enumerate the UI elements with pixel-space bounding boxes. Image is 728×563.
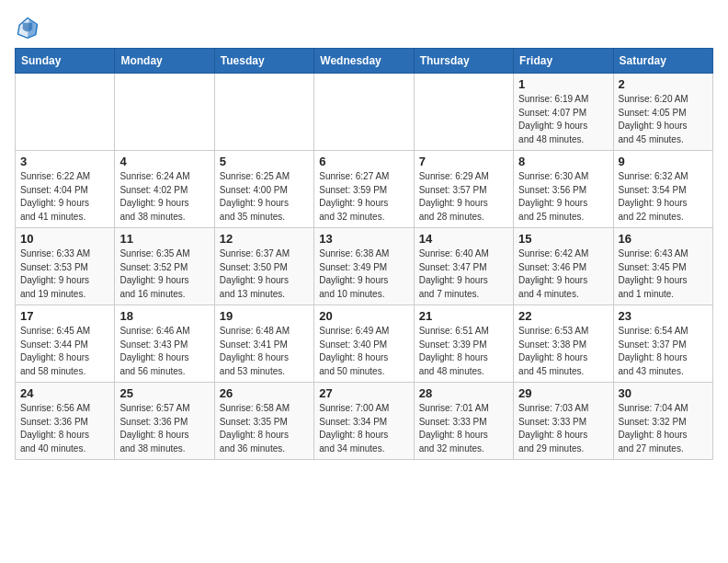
day-number: 3 (20, 155, 109, 168)
calendar-cell: 15Sunrise: 6:42 AM Sunset: 3:46 PM Dayli… (514, 228, 613, 305)
day-info: Sunrise: 6:48 AM Sunset: 3:41 PM Dayligh… (220, 325, 309, 378)
calendar-cell: 16Sunrise: 6:43 AM Sunset: 3:45 PM Dayli… (613, 228, 712, 305)
calendar-cell: 29Sunrise: 7:03 AM Sunset: 3:33 PM Dayli… (514, 383, 613, 460)
day-info: Sunrise: 7:00 AM Sunset: 3:34 PM Dayligh… (319, 402, 408, 455)
calendar-table: SundayMondayTuesdayWednesdayThursdayFrid… (15, 48, 713, 460)
calendar-cell: 18Sunrise: 6:46 AM Sunset: 3:43 PM Dayli… (115, 305, 214, 383)
calendar-cell: 2Sunrise: 6:20 AM Sunset: 4:05 PM Daylig… (613, 74, 712, 151)
calendar-week-row: 3Sunrise: 6:22 AM Sunset: 4:04 PM Daylig… (16, 151, 713, 228)
day-info: Sunrise: 6:35 AM Sunset: 3:52 PM Dayligh… (119, 247, 209, 301)
day-info: Sunrise: 6:58 AM Sunset: 3:35 PM Dayligh… (220, 402, 309, 455)
day-info: Sunrise: 6:53 AM Sunset: 3:38 PM Dayligh… (518, 325, 608, 378)
day-number: 14 (419, 232, 508, 246)
calendar-cell: 21Sunrise: 6:51 AM Sunset: 3:39 PM Dayli… (414, 305, 513, 383)
day-number: 8 (518, 155, 608, 168)
calendar-cell: 12Sunrise: 6:37 AM Sunset: 3:50 PM Dayli… (214, 228, 313, 305)
day-info: Sunrise: 6:56 AM Sunset: 3:36 PM Dayligh… (20, 402, 109, 455)
day-number: 26 (220, 386, 309, 400)
calendar-cell: 17Sunrise: 6:45 AM Sunset: 3:44 PM Dayli… (16, 305, 115, 383)
calendar-week-row: 17Sunrise: 6:45 AM Sunset: 3:44 PM Dayli… (16, 305, 713, 383)
calendar-cell: 4Sunrise: 6:24 AM Sunset: 4:02 PM Daylig… (115, 151, 214, 228)
day-info: Sunrise: 6:54 AM Sunset: 3:37 PM Dayligh… (619, 325, 708, 378)
day-info: Sunrise: 6:20 AM Sunset: 4:05 PM Dayligh… (619, 93, 708, 146)
calendar-cell: 11Sunrise: 6:35 AM Sunset: 3:52 PM Dayli… (115, 228, 214, 305)
weekday-header: Friday (514, 49, 613, 74)
calendar-cell: 7Sunrise: 6:29 AM Sunset: 3:57 PM Daylig… (414, 151, 513, 228)
day-number: 25 (119, 386, 209, 400)
day-number: 13 (319, 232, 408, 246)
day-info: Sunrise: 7:01 AM Sunset: 3:33 PM Dayligh… (419, 402, 508, 455)
calendar-cell: 20Sunrise: 6:49 AM Sunset: 3:40 PM Dayli… (314, 305, 414, 383)
day-number: 15 (518, 232, 608, 246)
calendar-cell: 22Sunrise: 6:53 AM Sunset: 3:38 PM Dayli… (514, 305, 613, 383)
calendar-cell: 30Sunrise: 7:04 AM Sunset: 3:32 PM Dayli… (613, 383, 712, 460)
calendar-week-row: 1Sunrise: 6:19 AM Sunset: 4:07 PM Daylig… (16, 74, 713, 151)
page-header (15, 15, 713, 40)
calendar-cell: 8Sunrise: 6:30 AM Sunset: 3:56 PM Daylig… (514, 151, 613, 228)
day-info: Sunrise: 6:38 AM Sunset: 3:49 PM Dayligh… (319, 247, 408, 301)
day-info: Sunrise: 6:33 AM Sunset: 3:53 PM Dayligh… (20, 247, 109, 301)
day-number: 21 (419, 309, 508, 323)
calendar-cell: 27Sunrise: 7:00 AM Sunset: 3:34 PM Dayli… (314, 383, 414, 460)
calendar-cell: 28Sunrise: 7:01 AM Sunset: 3:33 PM Dayli… (414, 383, 513, 460)
day-number: 30 (619, 386, 708, 400)
calendar-cell: 5Sunrise: 6:25 AM Sunset: 4:00 PM Daylig… (214, 151, 313, 228)
day-info: Sunrise: 6:45 AM Sunset: 3:44 PM Dayligh… (20, 325, 109, 378)
calendar-cell: 13Sunrise: 6:38 AM Sunset: 3:49 PM Dayli… (314, 228, 414, 305)
day-number: 16 (619, 232, 708, 246)
day-number: 7 (419, 155, 508, 168)
calendar-cell: 25Sunrise: 6:57 AM Sunset: 3:36 PM Dayli… (115, 383, 214, 460)
weekday-header: Tuesday (214, 49, 313, 74)
logo (15, 15, 44, 40)
weekday-header: Monday (115, 49, 214, 74)
day-number: 9 (619, 155, 708, 168)
calendar-cell: 14Sunrise: 6:40 AM Sunset: 3:47 PM Dayli… (414, 228, 513, 305)
calendar-cell: 23Sunrise: 6:54 AM Sunset: 3:37 PM Dayli… (613, 305, 712, 383)
calendar-cell: 3Sunrise: 6:22 AM Sunset: 4:04 PM Daylig… (16, 151, 115, 228)
day-info: Sunrise: 6:57 AM Sunset: 3:36 PM Dayligh… (119, 402, 209, 455)
weekday-header: Thursday (414, 49, 513, 74)
day-number: 10 (20, 232, 109, 246)
calendar-cell: 10Sunrise: 6:33 AM Sunset: 3:53 PM Dayli… (16, 228, 115, 305)
day-number: 6 (319, 155, 408, 168)
calendar-cell: 9Sunrise: 6:32 AM Sunset: 3:54 PM Daylig… (613, 151, 712, 228)
day-number: 29 (518, 386, 608, 400)
weekday-header: Saturday (613, 49, 712, 74)
day-number: 28 (419, 386, 508, 400)
day-number: 23 (619, 309, 708, 323)
day-info: Sunrise: 6:37 AM Sunset: 3:50 PM Dayligh… (220, 247, 309, 301)
calendar-cell: 6Sunrise: 6:27 AM Sunset: 3:59 PM Daylig… (314, 151, 414, 228)
day-info: Sunrise: 6:24 AM Sunset: 4:02 PM Dayligh… (119, 170, 209, 224)
calendar-cell (214, 74, 313, 151)
day-number: 11 (119, 232, 209, 246)
calendar-week-row: 24Sunrise: 6:56 AM Sunset: 3:36 PM Dayli… (16, 383, 713, 460)
calendar-cell (414, 74, 513, 151)
calendar-cell (314, 74, 414, 151)
day-number: 18 (119, 309, 209, 323)
day-info: Sunrise: 7:04 AM Sunset: 3:32 PM Dayligh… (619, 402, 708, 455)
calendar-cell: 24Sunrise: 6:56 AM Sunset: 3:36 PM Dayli… (16, 383, 115, 460)
day-info: Sunrise: 6:42 AM Sunset: 3:46 PM Dayligh… (518, 247, 608, 301)
calendar-cell: 19Sunrise: 6:48 AM Sunset: 3:41 PM Dayli… (214, 305, 313, 383)
weekday-header-row: SundayMondayTuesdayWednesdayThursdayFrid… (16, 49, 713, 74)
day-number: 4 (119, 155, 209, 168)
day-info: Sunrise: 6:25 AM Sunset: 4:00 PM Dayligh… (220, 170, 309, 224)
day-info: Sunrise: 6:19 AM Sunset: 4:07 PM Dayligh… (518, 93, 608, 146)
day-info: Sunrise: 6:32 AM Sunset: 3:54 PM Dayligh… (619, 170, 708, 224)
calendar-cell: 1Sunrise: 6:19 AM Sunset: 4:07 PM Daylig… (514, 74, 613, 151)
day-info: Sunrise: 6:22 AM Sunset: 4:04 PM Dayligh… (20, 170, 109, 224)
day-info: Sunrise: 6:27 AM Sunset: 3:59 PM Dayligh… (319, 170, 408, 224)
day-number: 19 (220, 309, 309, 323)
day-number: 17 (20, 309, 109, 323)
day-info: Sunrise: 6:51 AM Sunset: 3:39 PM Dayligh… (419, 325, 508, 378)
day-number: 1 (518, 77, 608, 91)
day-info: Sunrise: 6:29 AM Sunset: 3:57 PM Dayligh… (419, 170, 508, 224)
day-info: Sunrise: 6:46 AM Sunset: 3:43 PM Dayligh… (119, 325, 209, 378)
day-number: 24 (20, 386, 109, 400)
day-number: 5 (220, 155, 309, 168)
calendar-cell (115, 74, 214, 151)
day-info: Sunrise: 7:03 AM Sunset: 3:33 PM Dayligh… (518, 402, 608, 455)
day-info: Sunrise: 6:49 AM Sunset: 3:40 PM Dayligh… (319, 325, 408, 378)
day-info: Sunrise: 6:30 AM Sunset: 3:56 PM Dayligh… (518, 170, 608, 224)
weekday-header: Wednesday (314, 49, 414, 74)
